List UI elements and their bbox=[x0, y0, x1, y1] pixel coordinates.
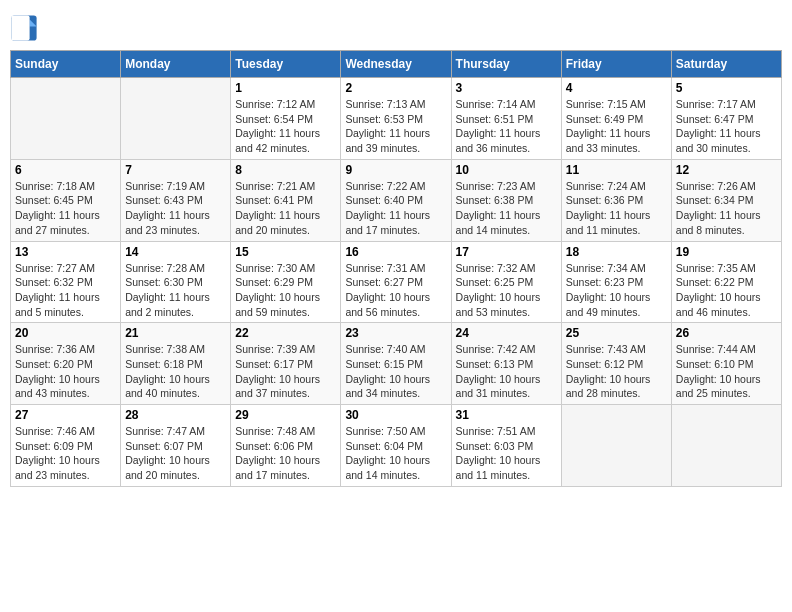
calendar-week-2: 6Sunrise: 7:18 AM Sunset: 6:45 PM Daylig… bbox=[11, 159, 782, 241]
day-number: 2 bbox=[345, 81, 446, 95]
day-info: Sunrise: 7:24 AM Sunset: 6:36 PM Dayligh… bbox=[566, 179, 667, 238]
day-info: Sunrise: 7:43 AM Sunset: 6:12 PM Dayligh… bbox=[566, 342, 667, 401]
day-number: 19 bbox=[676, 245, 777, 259]
col-header-friday: Friday bbox=[561, 51, 671, 78]
calendar-cell: 29Sunrise: 7:48 AM Sunset: 6:06 PM Dayli… bbox=[231, 405, 341, 487]
col-header-wednesday: Wednesday bbox=[341, 51, 451, 78]
calendar-cell: 25Sunrise: 7:43 AM Sunset: 6:12 PM Dayli… bbox=[561, 323, 671, 405]
day-info: Sunrise: 7:51 AM Sunset: 6:03 PM Dayligh… bbox=[456, 424, 557, 483]
calendar-cell: 28Sunrise: 7:47 AM Sunset: 6:07 PM Dayli… bbox=[121, 405, 231, 487]
day-number: 15 bbox=[235, 245, 336, 259]
calendar-week-3: 13Sunrise: 7:27 AM Sunset: 6:32 PM Dayli… bbox=[11, 241, 782, 323]
day-info: Sunrise: 7:32 AM Sunset: 6:25 PM Dayligh… bbox=[456, 261, 557, 320]
calendar-cell: 22Sunrise: 7:39 AM Sunset: 6:17 PM Dayli… bbox=[231, 323, 341, 405]
calendar-week-5: 27Sunrise: 7:46 AM Sunset: 6:09 PM Dayli… bbox=[11, 405, 782, 487]
page-header bbox=[10, 10, 782, 42]
calendar-cell: 26Sunrise: 7:44 AM Sunset: 6:10 PM Dayli… bbox=[671, 323, 781, 405]
day-info: Sunrise: 7:14 AM Sunset: 6:51 PM Dayligh… bbox=[456, 97, 557, 156]
calendar-cell bbox=[671, 405, 781, 487]
day-info: Sunrise: 7:44 AM Sunset: 6:10 PM Dayligh… bbox=[676, 342, 777, 401]
calendar-week-1: 1Sunrise: 7:12 AM Sunset: 6:54 PM Daylig… bbox=[11, 78, 782, 160]
day-number: 31 bbox=[456, 408, 557, 422]
day-number: 27 bbox=[15, 408, 116, 422]
day-info: Sunrise: 7:39 AM Sunset: 6:17 PM Dayligh… bbox=[235, 342, 336, 401]
day-info: Sunrise: 7:30 AM Sunset: 6:29 PM Dayligh… bbox=[235, 261, 336, 320]
calendar-cell: 17Sunrise: 7:32 AM Sunset: 6:25 PM Dayli… bbox=[451, 241, 561, 323]
calendar-cell: 2Sunrise: 7:13 AM Sunset: 6:53 PM Daylig… bbox=[341, 78, 451, 160]
calendar-header-row: SundayMondayTuesdayWednesdayThursdayFrid… bbox=[11, 51, 782, 78]
day-info: Sunrise: 7:50 AM Sunset: 6:04 PM Dayligh… bbox=[345, 424, 446, 483]
day-info: Sunrise: 7:19 AM Sunset: 6:43 PM Dayligh… bbox=[125, 179, 226, 238]
day-info: Sunrise: 7:47 AM Sunset: 6:07 PM Dayligh… bbox=[125, 424, 226, 483]
day-number: 30 bbox=[345, 408, 446, 422]
calendar-cell: 1Sunrise: 7:12 AM Sunset: 6:54 PM Daylig… bbox=[231, 78, 341, 160]
day-number: 22 bbox=[235, 326, 336, 340]
day-info: Sunrise: 7:17 AM Sunset: 6:47 PM Dayligh… bbox=[676, 97, 777, 156]
day-number: 17 bbox=[456, 245, 557, 259]
day-info: Sunrise: 7:46 AM Sunset: 6:09 PM Dayligh… bbox=[15, 424, 116, 483]
col-header-saturday: Saturday bbox=[671, 51, 781, 78]
calendar-cell: 16Sunrise: 7:31 AM Sunset: 6:27 PM Dayli… bbox=[341, 241, 451, 323]
calendar-cell: 31Sunrise: 7:51 AM Sunset: 6:03 PM Dayli… bbox=[451, 405, 561, 487]
day-number: 13 bbox=[15, 245, 116, 259]
day-info: Sunrise: 7:48 AM Sunset: 6:06 PM Dayligh… bbox=[235, 424, 336, 483]
day-info: Sunrise: 7:38 AM Sunset: 6:18 PM Dayligh… bbox=[125, 342, 226, 401]
day-number: 28 bbox=[125, 408, 226, 422]
day-number: 20 bbox=[15, 326, 116, 340]
day-number: 7 bbox=[125, 163, 226, 177]
calendar-cell: 23Sunrise: 7:40 AM Sunset: 6:15 PM Dayli… bbox=[341, 323, 451, 405]
day-number: 3 bbox=[456, 81, 557, 95]
calendar-cell: 7Sunrise: 7:19 AM Sunset: 6:43 PM Daylig… bbox=[121, 159, 231, 241]
calendar-cell: 14Sunrise: 7:28 AM Sunset: 6:30 PM Dayli… bbox=[121, 241, 231, 323]
day-number: 1 bbox=[235, 81, 336, 95]
day-info: Sunrise: 7:12 AM Sunset: 6:54 PM Dayligh… bbox=[235, 97, 336, 156]
calendar-cell bbox=[561, 405, 671, 487]
day-number: 29 bbox=[235, 408, 336, 422]
day-info: Sunrise: 7:34 AM Sunset: 6:23 PM Dayligh… bbox=[566, 261, 667, 320]
calendar-cell: 13Sunrise: 7:27 AM Sunset: 6:32 PM Dayli… bbox=[11, 241, 121, 323]
day-number: 12 bbox=[676, 163, 777, 177]
calendar-week-4: 20Sunrise: 7:36 AM Sunset: 6:20 PM Dayli… bbox=[11, 323, 782, 405]
col-header-sunday: Sunday bbox=[11, 51, 121, 78]
calendar-cell: 24Sunrise: 7:42 AM Sunset: 6:13 PM Dayli… bbox=[451, 323, 561, 405]
calendar-cell: 8Sunrise: 7:21 AM Sunset: 6:41 PM Daylig… bbox=[231, 159, 341, 241]
day-number: 5 bbox=[676, 81, 777, 95]
day-number: 26 bbox=[676, 326, 777, 340]
day-info: Sunrise: 7:35 AM Sunset: 6:22 PM Dayligh… bbox=[676, 261, 777, 320]
calendar-cell: 3Sunrise: 7:14 AM Sunset: 6:51 PM Daylig… bbox=[451, 78, 561, 160]
day-number: 23 bbox=[345, 326, 446, 340]
day-number: 10 bbox=[456, 163, 557, 177]
day-info: Sunrise: 7:21 AM Sunset: 6:41 PM Dayligh… bbox=[235, 179, 336, 238]
calendar-cell: 10Sunrise: 7:23 AM Sunset: 6:38 PM Dayli… bbox=[451, 159, 561, 241]
col-header-thursday: Thursday bbox=[451, 51, 561, 78]
day-info: Sunrise: 7:42 AM Sunset: 6:13 PM Dayligh… bbox=[456, 342, 557, 401]
day-info: Sunrise: 7:23 AM Sunset: 6:38 PM Dayligh… bbox=[456, 179, 557, 238]
day-number: 4 bbox=[566, 81, 667, 95]
day-number: 18 bbox=[566, 245, 667, 259]
day-info: Sunrise: 7:15 AM Sunset: 6:49 PM Dayligh… bbox=[566, 97, 667, 156]
calendar-cell: 21Sunrise: 7:38 AM Sunset: 6:18 PM Dayli… bbox=[121, 323, 231, 405]
col-header-tuesday: Tuesday bbox=[231, 51, 341, 78]
day-number: 6 bbox=[15, 163, 116, 177]
calendar-cell: 20Sunrise: 7:36 AM Sunset: 6:20 PM Dayli… bbox=[11, 323, 121, 405]
calendar-cell: 19Sunrise: 7:35 AM Sunset: 6:22 PM Dayli… bbox=[671, 241, 781, 323]
calendar-cell: 6Sunrise: 7:18 AM Sunset: 6:45 PM Daylig… bbox=[11, 159, 121, 241]
day-info: Sunrise: 7:27 AM Sunset: 6:32 PM Dayligh… bbox=[15, 261, 116, 320]
day-info: Sunrise: 7:36 AM Sunset: 6:20 PM Dayligh… bbox=[15, 342, 116, 401]
calendar-cell: 30Sunrise: 7:50 AM Sunset: 6:04 PM Dayli… bbox=[341, 405, 451, 487]
day-info: Sunrise: 7:13 AM Sunset: 6:53 PM Dayligh… bbox=[345, 97, 446, 156]
day-number: 9 bbox=[345, 163, 446, 177]
calendar-cell: 9Sunrise: 7:22 AM Sunset: 6:40 PM Daylig… bbox=[341, 159, 451, 241]
day-info: Sunrise: 7:31 AM Sunset: 6:27 PM Dayligh… bbox=[345, 261, 446, 320]
day-info: Sunrise: 7:40 AM Sunset: 6:15 PM Dayligh… bbox=[345, 342, 446, 401]
calendar-cell: 4Sunrise: 7:15 AM Sunset: 6:49 PM Daylig… bbox=[561, 78, 671, 160]
day-info: Sunrise: 7:18 AM Sunset: 6:45 PM Dayligh… bbox=[15, 179, 116, 238]
logo bbox=[10, 14, 42, 42]
logo-icon bbox=[10, 14, 38, 42]
calendar-cell: 11Sunrise: 7:24 AM Sunset: 6:36 PM Dayli… bbox=[561, 159, 671, 241]
day-info: Sunrise: 7:28 AM Sunset: 6:30 PM Dayligh… bbox=[125, 261, 226, 320]
calendar-cell: 12Sunrise: 7:26 AM Sunset: 6:34 PM Dayli… bbox=[671, 159, 781, 241]
svg-rect-2 bbox=[11, 15, 29, 40]
col-header-monday: Monday bbox=[121, 51, 231, 78]
calendar-cell: 18Sunrise: 7:34 AM Sunset: 6:23 PM Dayli… bbox=[561, 241, 671, 323]
